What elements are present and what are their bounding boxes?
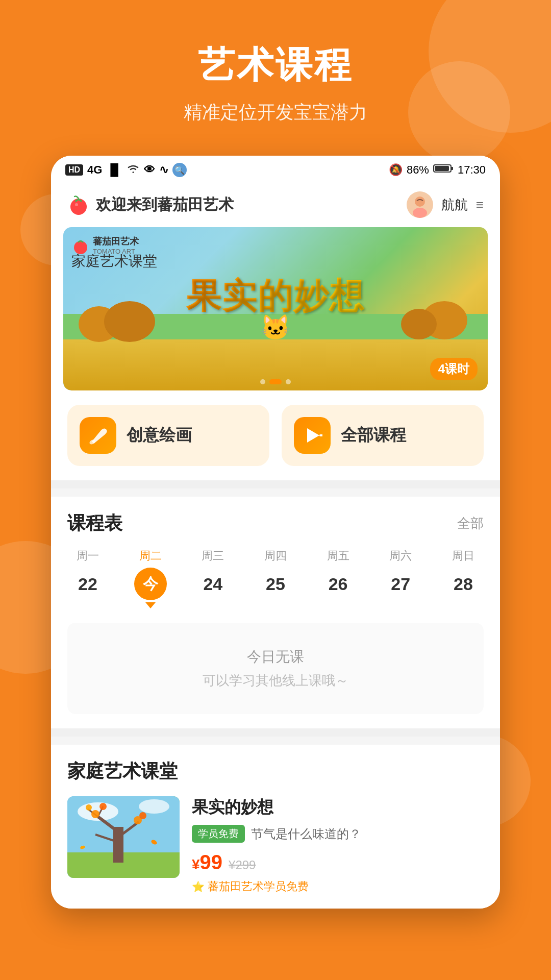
schedule-title: 课程表 bbox=[67, 511, 122, 536]
banner-area: 蕃茄田艺术 TOMATO ART 家庭艺术课堂 果实的妙想 🐱 4课时 bbox=[51, 227, 500, 390]
extra-icon: ∿ bbox=[159, 163, 168, 177]
day-thursday-num: 25 bbox=[259, 568, 292, 600]
svg-point-23 bbox=[99, 803, 107, 810]
avatar[interactable] bbox=[407, 191, 433, 218]
empty-schedule-sub: 可以学习其他线上课哦～ bbox=[84, 672, 467, 690]
today-indicator-arrow bbox=[145, 602, 156, 608]
app-header: 欢迎来到蕃茄田艺术 航航 ≡ bbox=[51, 182, 500, 227]
svg-point-14 bbox=[139, 799, 169, 814]
svg-point-22 bbox=[91, 810, 99, 818]
day-saturday-num: 27 bbox=[384, 568, 417, 600]
banner-brand-name: 蕃茄田艺术 bbox=[93, 235, 139, 248]
day-tuesday-name: 周二 bbox=[139, 548, 162, 564]
svg-rect-16 bbox=[113, 827, 123, 863]
battery-percent: 86% bbox=[407, 163, 429, 177]
days-row: 周一 22 周二 今 周三 24 周四 25 周五 26 周六 2 bbox=[67, 548, 484, 608]
banner-main-title: 果实的妙想 bbox=[186, 273, 365, 320]
day-friday-name: 周五 bbox=[327, 548, 349, 564]
day-saturday-name: 周六 bbox=[389, 548, 412, 564]
hero-subtitle: 精准定位开发宝宝潜力 bbox=[31, 100, 520, 125]
status-right: 🔕 86% 17:30 bbox=[389, 163, 486, 177]
all-courses-label: 全部课程 bbox=[341, 424, 406, 447]
signal-4g: 4G bbox=[87, 163, 102, 177]
banner-dot-3[interactable] bbox=[286, 379, 291, 384]
svg-rect-2 bbox=[435, 166, 449, 171]
time-display: 17:30 bbox=[458, 163, 486, 177]
phone-frame: HD 4G ▐▌ 👁 ∿ 🔍 🔕 86% 17:30 bbox=[51, 156, 500, 909]
svg-point-6 bbox=[415, 197, 425, 207]
course-thumbnail bbox=[67, 796, 180, 878]
creative-drawing-label: 创意绘画 bbox=[127, 424, 192, 447]
user-name: 航航 bbox=[441, 196, 468, 214]
banner-container[interactable]: 蕃茄田艺术 TOMATO ART 家庭艺术课堂 果实的妙想 🐱 4课时 bbox=[63, 227, 488, 390]
app-logo-area: 欢迎来到蕃茄田艺术 bbox=[67, 193, 234, 216]
course-price-num: 99 bbox=[200, 851, 223, 873]
schedule-section: 课程表 全部 周一 22 周二 今 周三 24 周四 25 周五 bbox=[51, 497, 500, 728]
svg-rect-1 bbox=[451, 167, 453, 170]
banner-image: 蕃茄田艺术 TOMATO ART 家庭艺术课堂 果实的妙想 🐱 4课时 bbox=[63, 227, 488, 390]
course-card[interactable]: 果实的妙想 学员免费 节气是什么味道的？ ¥99 ¥299 ⭐ 蕃茄田艺术学员免… bbox=[67, 796, 484, 894]
schedule-header: 课程表 全部 bbox=[67, 511, 484, 536]
day-friday-num: 26 bbox=[322, 568, 355, 600]
banner-dots bbox=[260, 379, 291, 384]
day-wednesday-num: 24 bbox=[196, 568, 229, 600]
creative-drawing-button[interactable]: 创意绘画 bbox=[67, 405, 269, 466]
banner-character: 🐱 bbox=[260, 313, 291, 342]
schedule-more-link[interactable]: 全部 bbox=[457, 514, 484, 532]
course-footer-note: ⭐ 蕃茄田艺术学员免费 bbox=[192, 879, 484, 894]
course-original-price: ¥299 bbox=[229, 858, 256, 872]
course-price: ¥99 bbox=[192, 851, 222, 874]
course-info: 果实的妙想 学员免费 节气是什么味道的？ ¥99 ¥299 ⭐ 蕃茄田艺术学员免… bbox=[192, 796, 484, 894]
all-courses-button[interactable]: 全部课程 bbox=[282, 405, 484, 466]
course-section-title: 家庭艺术课堂 bbox=[67, 759, 178, 784]
svg-point-7 bbox=[413, 208, 427, 218]
menu-icon[interactable]: ≡ bbox=[476, 197, 484, 213]
day-monday[interactable]: 周一 22 bbox=[67, 548, 108, 600]
welcome-text: 欢迎来到蕃茄田艺术 bbox=[96, 194, 234, 215]
star-icon: ⭐ bbox=[192, 880, 205, 893]
hero-title: 艺术课程 bbox=[31, 41, 520, 90]
eye-icon: 👁 bbox=[144, 163, 155, 177]
day-wednesday[interactable]: 周三 24 bbox=[192, 548, 233, 600]
separator-2 bbox=[51, 728, 500, 737]
hd-badge: HD bbox=[65, 164, 83, 176]
day-thursday[interactable]: 周四 25 bbox=[255, 548, 296, 600]
course-section-header: 家庭艺术课堂 bbox=[67, 759, 484, 784]
day-monday-name: 周一 bbox=[77, 548, 99, 564]
svg-point-3 bbox=[70, 199, 87, 215]
day-tuesday[interactable]: 周二 今 bbox=[130, 548, 171, 608]
wifi-icon bbox=[127, 163, 140, 177]
day-sunday[interactable]: 周日 28 bbox=[443, 548, 484, 600]
day-sunday-name: 周日 bbox=[452, 548, 474, 564]
course-free-tag: 学员免费 bbox=[192, 825, 245, 843]
day-sunday-num: 28 bbox=[447, 568, 480, 600]
day-friday[interactable]: 周五 26 bbox=[318, 548, 359, 600]
brush-icon bbox=[80, 417, 116, 454]
day-tuesday-num: 今 bbox=[134, 568, 167, 600]
status-bar: HD 4G ▐▌ 👁 ∿ 🔍 🔕 86% 17:30 bbox=[51, 156, 500, 182]
signal-bars-icon: ▐▌ bbox=[106, 163, 122, 177]
quick-access: 创意绘画 全部课程 bbox=[51, 390, 500, 480]
course-tag-row: 学员免费 节气是什么味道的？ bbox=[192, 825, 484, 843]
day-wednesday-name: 周三 bbox=[202, 548, 224, 564]
banner-dot-2[interactable] bbox=[269, 379, 282, 384]
play-icon bbox=[294, 417, 331, 454]
banner-dot-1[interactable] bbox=[260, 379, 265, 384]
course-price-row: ¥99 ¥299 bbox=[192, 851, 484, 874]
course-title: 果实的妙想 bbox=[192, 796, 484, 819]
tomato-logo-icon bbox=[67, 193, 90, 216]
user-area[interactable]: 航航 ≡ bbox=[407, 191, 484, 218]
day-saturday[interactable]: 周六 27 bbox=[380, 548, 421, 600]
svg-marker-10 bbox=[307, 428, 319, 443]
course-footer-text: 蕃茄田艺术学员免费 bbox=[208, 879, 309, 894]
day-thursday-name: 周四 bbox=[264, 548, 287, 564]
empty-schedule-main: 今日无课 bbox=[84, 647, 467, 667]
svg-point-26 bbox=[139, 812, 146, 819]
course-section: 家庭艺术课堂 bbox=[51, 745, 500, 909]
empty-schedule: 今日无课 可以学习其他线上课哦～ bbox=[67, 623, 484, 714]
separator-1 bbox=[51, 480, 500, 488]
search-status-icon: 🔍 bbox=[172, 163, 187, 177]
course-thumb-bg bbox=[67, 796, 180, 878]
svg-point-24 bbox=[86, 804, 92, 811]
svg-point-4 bbox=[75, 203, 78, 206]
